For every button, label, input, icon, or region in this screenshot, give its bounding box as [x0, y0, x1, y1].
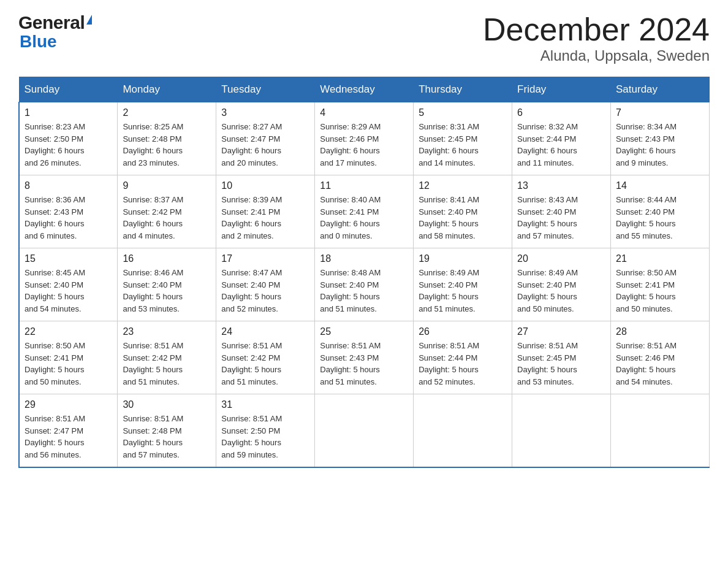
- day-number: 20: [517, 253, 605, 264]
- day-info: Sunrise: 8:40 AMSunset: 2:41 PMDaylight:…: [320, 195, 381, 240]
- calendar-table: Sunday Monday Tuesday Wednesday Thursday…: [18, 77, 710, 468]
- day-number: 2: [123, 107, 211, 118]
- day-number: 13: [517, 180, 605, 191]
- header-sunday: Sunday: [19, 77, 118, 102]
- calendar-cell: 20 Sunrise: 8:49 AMSunset: 2:40 PMDaylig…: [512, 248, 611, 321]
- calendar-cell: 21 Sunrise: 8:50 AMSunset: 2:41 PMDaylig…: [611, 248, 710, 321]
- title-section: December 2024 Alunda, Uppsala, Sweden: [483, 12, 710, 64]
- day-info: Sunrise: 8:51 AMSunset: 2:45 PMDaylight:…: [517, 341, 578, 386]
- day-number: 31: [221, 399, 309, 410]
- day-info: Sunrise: 8:51 AMSunset: 2:42 PMDaylight:…: [123, 341, 183, 386]
- day-number: 25: [320, 326, 408, 337]
- day-info: Sunrise: 8:51 AMSunset: 2:50 PMDaylight:…: [221, 414, 282, 459]
- calendar-cell: 24 Sunrise: 8:51 AMSunset: 2:42 PMDaylig…: [216, 321, 315, 394]
- calendar-cell: 15 Sunrise: 8:45 AMSunset: 2:40 PMDaylig…: [19, 248, 118, 321]
- calendar-cell: 22 Sunrise: 8:50 AMSunset: 2:41 PMDaylig…: [19, 321, 118, 394]
- header-saturday: Saturday: [611, 77, 710, 102]
- calendar-cell: 23 Sunrise: 8:51 AMSunset: 2:42 PMDaylig…: [118, 321, 216, 394]
- calendar-cell: 16 Sunrise: 8:46 AMSunset: 2:40 PMDaylig…: [118, 248, 216, 321]
- day-number: 4: [320, 107, 408, 118]
- calendar-cell: [512, 394, 611, 468]
- day-info: Sunrise: 8:25 AMSunset: 2:48 PMDaylight:…: [123, 122, 183, 167]
- logo: General Blue: [18, 12, 92, 50]
- week-row-2: 8 Sunrise: 8:36 AMSunset: 2:43 PMDayligh…: [19, 175, 710, 248]
- day-info: Sunrise: 8:46 AMSunset: 2:40 PMDaylight:…: [123, 268, 183, 313]
- day-number: 8: [25, 180, 112, 191]
- day-info: Sunrise: 8:45 AMSunset: 2:40 PMDaylight:…: [25, 268, 85, 313]
- day-number: 7: [616, 107, 704, 118]
- day-info: Sunrise: 8:51 AMSunset: 2:44 PMDaylight:…: [419, 341, 479, 386]
- page-header: General Blue December 2024 Alunda, Uppsa…: [18, 12, 710, 64]
- day-info: Sunrise: 8:43 AMSunset: 2:40 PMDaylight:…: [517, 195, 578, 240]
- day-info: Sunrise: 8:31 AMSunset: 2:45 PMDaylight:…: [419, 122, 479, 167]
- day-info: Sunrise: 8:37 AMSunset: 2:42 PMDaylight:…: [123, 195, 183, 240]
- day-info: Sunrise: 8:34 AMSunset: 2:43 PMDaylight:…: [616, 122, 677, 167]
- header-wednesday: Wednesday: [315, 77, 414, 102]
- location-title: Alunda, Uppsala, Sweden: [483, 47, 710, 64]
- calendar-cell: 4 Sunrise: 8:29 AMSunset: 2:46 PMDayligh…: [315, 102, 414, 175]
- day-info: Sunrise: 8:50 AMSunset: 2:41 PMDaylight:…: [616, 268, 677, 313]
- day-info: Sunrise: 8:48 AMSunset: 2:40 PMDaylight:…: [320, 268, 381, 313]
- header-thursday: Thursday: [414, 77, 512, 102]
- day-info: Sunrise: 8:51 AMSunset: 2:48 PMDaylight:…: [123, 414, 183, 459]
- day-info: Sunrise: 8:23 AMSunset: 2:50 PMDaylight:…: [25, 122, 85, 167]
- day-number: 12: [419, 180, 507, 191]
- day-info: Sunrise: 8:51 AMSunset: 2:42 PMDaylight:…: [221, 341, 282, 386]
- week-row-4: 22 Sunrise: 8:50 AMSunset: 2:41 PMDaylig…: [19, 321, 710, 394]
- calendar-cell: 28 Sunrise: 8:51 AMSunset: 2:46 PMDaylig…: [611, 321, 710, 394]
- day-number: 23: [123, 326, 211, 337]
- day-number: 6: [517, 107, 605, 118]
- day-info: Sunrise: 8:51 AMSunset: 2:43 PMDaylight:…: [320, 341, 381, 386]
- day-number: 26: [419, 326, 507, 337]
- day-number: 14: [616, 180, 704, 191]
- day-number: 9: [123, 180, 211, 191]
- weekday-header-row: Sunday Monday Tuesday Wednesday Thursday…: [19, 77, 710, 102]
- day-number: 16: [123, 253, 211, 264]
- month-title: December 2024: [483, 12, 710, 47]
- day-number: 3: [221, 107, 309, 118]
- calendar-cell: 5 Sunrise: 8:31 AMSunset: 2:45 PMDayligh…: [414, 102, 512, 175]
- day-info: Sunrise: 8:51 AMSunset: 2:47 PMDaylight:…: [25, 414, 85, 459]
- day-info: Sunrise: 8:50 AMSunset: 2:41 PMDaylight:…: [25, 341, 85, 386]
- day-info: Sunrise: 8:29 AMSunset: 2:46 PMDaylight:…: [320, 122, 381, 167]
- day-number: 21: [616, 253, 704, 264]
- calendar-cell: 25 Sunrise: 8:51 AMSunset: 2:43 PMDaylig…: [315, 321, 414, 394]
- day-number: 17: [221, 253, 309, 264]
- calendar-cell: 31 Sunrise: 8:51 AMSunset: 2:50 PMDaylig…: [216, 394, 315, 468]
- day-info: Sunrise: 8:47 AMSunset: 2:40 PMDaylight:…: [221, 268, 282, 313]
- calendar-cell: 26 Sunrise: 8:51 AMSunset: 2:44 PMDaylig…: [414, 321, 512, 394]
- calendar-cell: 30 Sunrise: 8:51 AMSunset: 2:48 PMDaylig…: [118, 394, 216, 468]
- calendar-cell: 6 Sunrise: 8:32 AMSunset: 2:44 PMDayligh…: [512, 102, 611, 175]
- day-number: 1: [25, 107, 112, 118]
- calendar-cell: [414, 394, 512, 468]
- day-info: Sunrise: 8:39 AMSunset: 2:41 PMDaylight:…: [221, 195, 282, 240]
- day-number: 22: [25, 326, 112, 337]
- day-number: 5: [419, 107, 507, 118]
- day-info: Sunrise: 8:49 AMSunset: 2:40 PMDaylight:…: [419, 268, 479, 313]
- calendar-cell: 2 Sunrise: 8:25 AMSunset: 2:48 PMDayligh…: [118, 102, 216, 175]
- day-number: 18: [320, 253, 408, 264]
- calendar-cell: 18 Sunrise: 8:48 AMSunset: 2:40 PMDaylig…: [315, 248, 414, 321]
- calendar-cell: 12 Sunrise: 8:41 AMSunset: 2:40 PMDaylig…: [414, 175, 512, 248]
- day-info: Sunrise: 8:49 AMSunset: 2:40 PMDaylight:…: [517, 268, 578, 313]
- calendar-cell: 9 Sunrise: 8:37 AMSunset: 2:42 PMDayligh…: [118, 175, 216, 248]
- day-number: 27: [517, 326, 605, 337]
- calendar-cell: 10 Sunrise: 8:39 AMSunset: 2:41 PMDaylig…: [216, 175, 315, 248]
- logo-general-text: General: [18, 12, 85, 33]
- header-monday: Monday: [118, 77, 216, 102]
- day-info: Sunrise: 8:41 AMSunset: 2:40 PMDaylight:…: [419, 195, 479, 240]
- header-friday: Friday: [512, 77, 611, 102]
- day-number: 10: [221, 180, 309, 191]
- week-row-3: 15 Sunrise: 8:45 AMSunset: 2:40 PMDaylig…: [19, 248, 710, 321]
- calendar-cell: 3 Sunrise: 8:27 AMSunset: 2:47 PMDayligh…: [216, 102, 315, 175]
- day-info: Sunrise: 8:32 AMSunset: 2:44 PMDaylight:…: [517, 122, 578, 167]
- calendar-cell: 8 Sunrise: 8:36 AMSunset: 2:43 PMDayligh…: [19, 175, 118, 248]
- calendar-cell: [611, 394, 710, 468]
- calendar-cell: 27 Sunrise: 8:51 AMSunset: 2:45 PMDaylig…: [512, 321, 611, 394]
- day-info: Sunrise: 8:27 AMSunset: 2:47 PMDaylight:…: [221, 122, 282, 167]
- day-info: Sunrise: 8:36 AMSunset: 2:43 PMDaylight:…: [25, 195, 85, 240]
- calendar-cell: 11 Sunrise: 8:40 AMSunset: 2:41 PMDaylig…: [315, 175, 414, 248]
- day-number: 30: [123, 399, 211, 410]
- logo-blue-text: Blue: [20, 33, 57, 50]
- calendar-cell: 19 Sunrise: 8:49 AMSunset: 2:40 PMDaylig…: [414, 248, 512, 321]
